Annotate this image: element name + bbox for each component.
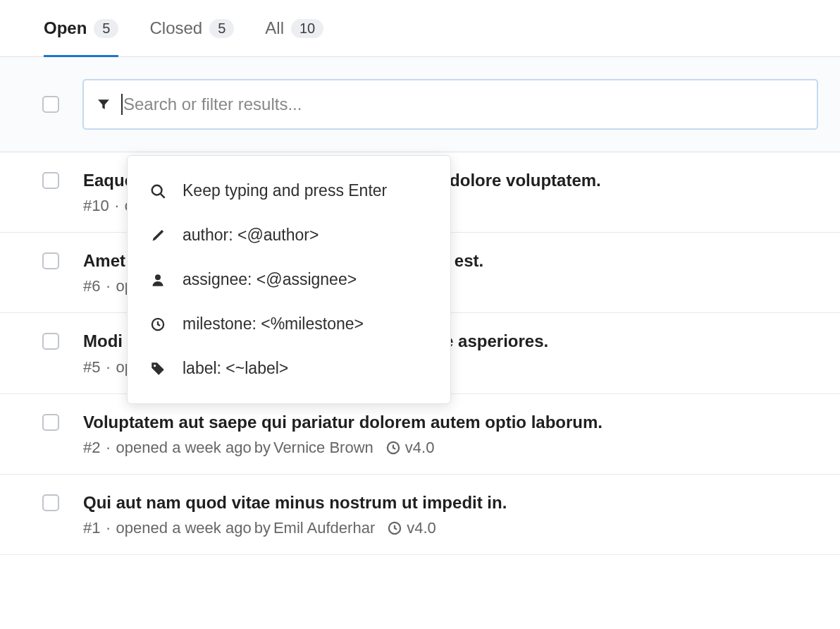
- tab-all-count: 10: [291, 19, 323, 38]
- clock-icon: [388, 521, 402, 535]
- tab-all-label: All: [265, 18, 284, 38]
- issue-milestone[interactable]: v4.0: [407, 519, 436, 537]
- tab-closed[interactable]: Closed 5: [134, 0, 249, 56]
- issue-ref: #5: [83, 358, 100, 377]
- tab-all[interactable]: All 10: [249, 0, 339, 56]
- tab-open-count: 5: [94, 19, 118, 38]
- search-icon: [147, 183, 168, 199]
- separator: ·: [115, 197, 119, 215]
- issue-ref: #1: [83, 519, 100, 537]
- filter-bar: [0, 57, 840, 152]
- svg-point-6: [155, 274, 161, 280]
- issue-opened: opened a week ago: [116, 439, 252, 457]
- tab-closed-label: Closed: [149, 18, 202, 38]
- issue-checkbox[interactable]: [42, 414, 59, 431]
- issue-title[interactable]: Voluptatem aut saepe qui pariatur dolore…: [83, 411, 817, 433]
- separator: ·: [106, 358, 110, 377]
- select-all-checkbox[interactable]: [42, 96, 59, 113]
- pencil-icon: [147, 228, 168, 243]
- tab-open[interactable]: Open 5: [28, 0, 134, 56]
- by-prefix: by: [254, 439, 271, 457]
- filter-suggestions-dropdown: Keep typing and press Enter author: <@au…: [127, 155, 451, 404]
- issue-title[interactable]: Qui aut nam quod vitae minus nostrum ut …: [83, 491, 817, 513]
- dropdown-item-label: milestone: <%milestone>: [183, 314, 364, 334]
- issue-meta: #2 · opened a week ago by Vernice Brown …: [83, 439, 817, 457]
- issue-item: Voluptatem aut saepe qui pariatur dolore…: [0, 394, 840, 475]
- issue-checkbox[interactable]: [42, 172, 59, 189]
- text-cursor: [121, 94, 123, 115]
- clock-icon: [147, 317, 168, 331]
- separator: ·: [106, 439, 110, 457]
- issue-checkbox[interactable]: [42, 252, 59, 269]
- search-wrap: [83, 80, 817, 129]
- dropdown-item-label-text: label: <~label>: [183, 359, 288, 378]
- dropdown-item-label[interactable]: label: <~label>: [128, 346, 450, 391]
- issue-ref: #6: [83, 277, 100, 295]
- issue-milestone[interactable]: v4.0: [405, 439, 435, 457]
- issue-author[interactable]: Emil Aufderhar: [273, 519, 375, 537]
- dropdown-item-assignee[interactable]: assignee: <@assignee>: [128, 257, 450, 302]
- svg-point-5: [152, 185, 162, 195]
- dropdown-item-label: author: <@author>: [183, 226, 319, 245]
- issue-meta: #1 · opened a week ago by Emil Aufderhar…: [83, 519, 817, 537]
- search-input[interactable]: [83, 80, 817, 129]
- dropdown-item-label: assignee: <@assignee>: [183, 270, 357, 289]
- issue-state-tabs: Open 5 Closed 5 All 10: [0, 0, 840, 57]
- dropdown-item-author[interactable]: author: <@author>: [128, 213, 450, 257]
- user-icon: [147, 273, 168, 287]
- separator: ·: [106, 277, 110, 295]
- issue-ref: #10: [83, 197, 109, 215]
- issue-opened: opened a week ago: [116, 519, 252, 537]
- tab-closed-count: 5: [209, 19, 234, 38]
- svg-point-8: [154, 365, 156, 367]
- issue-ref: #2: [83, 439, 100, 457]
- issue-content: Qui aut nam quod vitae minus nostrum ut …: [83, 491, 817, 537]
- tab-open-label: Open: [44, 18, 87, 38]
- clock-icon: [386, 441, 400, 455]
- dropdown-hint[interactable]: Keep typing and press Enter: [128, 169, 450, 213]
- issue-author[interactable]: Vernice Brown: [273, 439, 373, 457]
- issue-checkbox[interactable]: [42, 333, 59, 350]
- separator: ·: [106, 519, 110, 537]
- issue-checkbox[interactable]: [42, 494, 59, 511]
- by-prefix: by: [254, 519, 271, 537]
- tag-icon: [147, 362, 168, 376]
- dropdown-hint-label: Keep typing and press Enter: [183, 181, 387, 200]
- issue-item: Qui aut nam quod vitae minus nostrum ut …: [0, 475, 840, 555]
- issue-content: Voluptatem aut saepe qui pariatur dolore…: [83, 411, 817, 457]
- dropdown-item-milestone[interactable]: milestone: <%milestone>: [128, 302, 450, 346]
